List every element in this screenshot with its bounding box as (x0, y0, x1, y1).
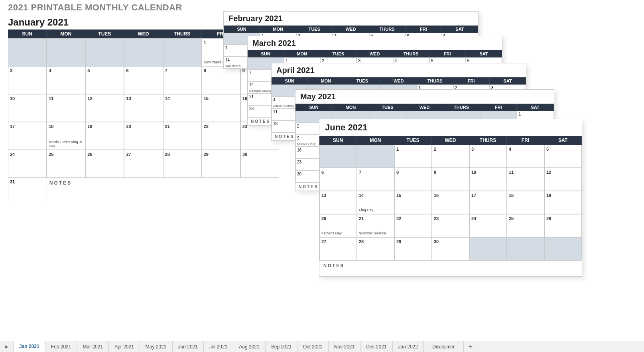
calendar-cell: 4 (47, 66, 85, 94)
day-header: SUN (295, 104, 333, 111)
day-header: WED (124, 29, 163, 38)
sheet-tab[interactable]: Aug 2021 (233, 341, 265, 352)
day-number: 20 (321, 216, 326, 221)
day-header: SAT (442, 26, 478, 33)
notes-label: NOTES (47, 178, 279, 202)
day-header: SUN (224, 26, 260, 33)
day-number: 13 (126, 96, 131, 101)
june-calendar: June 2021 SUNMONTUESWEDTHURSFRISAT 12345… (319, 119, 582, 277)
day-headers: SUNMONTUESWEDTHURSFRISAT (272, 77, 526, 85)
day-number: 23 (434, 216, 439, 221)
sheet-tab[interactable]: Jul 2021 (204, 341, 233, 352)
sheet-tab[interactable]: Sep 2021 (266, 341, 297, 352)
day-number: 26 (87, 152, 92, 157)
day-number: 18 (273, 122, 278, 126)
day-number: 29 (396, 239, 401, 244)
sheet-tab[interactable]: Oct 2021 (297, 341, 329, 352)
calendar-cell: 11 (47, 94, 85, 122)
month-title: March 2021 (248, 36, 502, 49)
event-label: Valentine's (225, 64, 240, 68)
calendar-cell (357, 145, 394, 168)
calendar-cell: 3 (469, 145, 507, 168)
day-number: 3 (471, 147, 474, 151)
event-label: Mother's Day (297, 142, 316, 146)
day-header: MON (308, 77, 344, 85)
day-number: 21 (249, 94, 254, 99)
day-header: WED (406, 104, 443, 111)
calendar-cell: 28 (357, 237, 394, 260)
day-header: SUN (8, 29, 47, 38)
sheet-tab[interactable]: Dec 2021 (360, 341, 392, 352)
june-title: June 2021 (319, 119, 582, 134)
add-sheet-button[interactable]: + (464, 341, 477, 352)
day-header: MON (284, 50, 320, 57)
day-number: 12 (87, 96, 92, 101)
event-label: Summer Solstice (359, 232, 392, 236)
calendar-cell: 15 (202, 94, 240, 122)
day-header: SUN (248, 50, 284, 57)
tab-nav-button[interactable]: ▶ (0, 341, 14, 352)
calendar-cell (544, 237, 582, 260)
calendar-cell: 11 (507, 168, 544, 191)
day-header: SAT (466, 50, 502, 57)
day-number: 7 (165, 68, 167, 73)
calendar-cell: 3 (8, 66, 47, 94)
day-number: 19 (87, 124, 92, 129)
day-number: 5 (431, 59, 433, 63)
calendar-cell: 17 (8, 122, 47, 150)
calendar-cell: 28 (163, 150, 202, 178)
sheet-tab[interactable]: Feb 2021 (45, 341, 77, 352)
day-number: 16 (434, 193, 439, 198)
day-number: 4 (273, 98, 276, 102)
day-number: 6 (126, 68, 128, 73)
day-number: 8 (396, 170, 399, 175)
sheet-tab[interactable]: Jan 2021 (14, 341, 45, 352)
day-number: 21 (165, 124, 170, 129)
sheet-tab[interactable]: Nov 2021 (329, 341, 360, 352)
day-header: FRI (453, 77, 490, 85)
sheet-tab[interactable]: - Disclaimer - (424, 341, 464, 352)
day-header: FRI (480, 104, 517, 111)
calendar-cell: 25 (507, 214, 544, 237)
day-number: 28 (359, 239, 364, 244)
day-number: 2 (297, 124, 299, 128)
day-number: 4 (509, 147, 511, 151)
day-header: MON (260, 26, 296, 33)
sheet-tab[interactable]: Jun 2021 (173, 341, 204, 352)
calendar-cell: 26 (85, 150, 124, 178)
day-number: 18 (49, 124, 53, 129)
day-header: WED (356, 50, 393, 57)
calendar-cell: 19 (544, 191, 582, 214)
day-number: 5 (87, 68, 90, 73)
day-number: 24 (471, 216, 476, 221)
day-number: 28 (249, 106, 254, 111)
sheet-tab[interactable]: Mar 2021 (77, 341, 109, 352)
day-number: 14 (359, 193, 364, 198)
day-header: FRI (507, 136, 544, 145)
day-header: TUES (394, 136, 432, 145)
day-number: 28 (165, 152, 170, 157)
sheet-tab[interactable]: May 2021 (140, 341, 173, 352)
sheet-tab[interactable]: Jan 2022 (393, 341, 424, 352)
day-number: 11 (509, 170, 514, 175)
day-number: 4 (49, 68, 51, 73)
calendar-cell: 12 (544, 168, 582, 191)
caret-right-icon: ▶ (5, 344, 8, 349)
calendar-cell: 16 (432, 191, 469, 214)
calendar-cell: 18Martin Luther King Jr Day (47, 122, 85, 150)
day-header: THURS (393, 50, 429, 57)
event-label: Father's Day (321, 232, 355, 236)
calendar-cell: 19 (85, 122, 124, 150)
day-header: SAT (517, 104, 554, 111)
day-header: TUES (369, 104, 406, 111)
calendar-cell: 27 (124, 150, 163, 178)
calendar-cell: 29 (202, 150, 240, 178)
day-header: MON (47, 29, 85, 38)
sheet-tab[interactable]: Apr 2021 (109, 341, 140, 352)
event-label: Easter Sunday (273, 104, 294, 108)
day-number: 17 (10, 124, 15, 129)
january-notes-row: 31 NOTES (8, 178, 279, 202)
calendar-cell: 29 (394, 237, 432, 260)
day-number: 29 (204, 152, 209, 157)
calendar-cell: 9 (432, 168, 469, 191)
